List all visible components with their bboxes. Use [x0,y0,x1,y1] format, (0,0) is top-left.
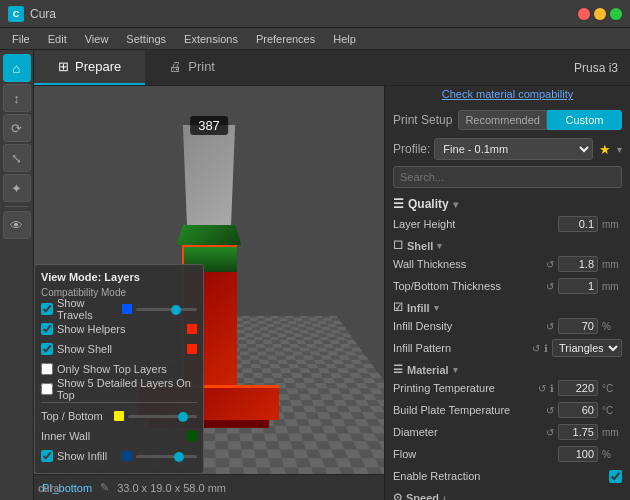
tab-recommended[interactable]: Recommended [458,110,547,130]
show-detailed-checkbox[interactable] [41,383,53,395]
top-bottom-thickness-row: Top/Bottom Thickness ↺ mm [393,276,622,296]
print-label: Print [188,59,215,74]
tb-thickness-reset[interactable]: ↺ [546,281,554,292]
wall-thickness-name: Wall Thickness [393,258,542,270]
printer-name: Prusa i3 [574,50,618,85]
retraction-row: Enable Retraction [393,466,622,486]
shell-section-header[interactable]: ☐ Shell ▾ [393,239,622,252]
top-bottom-thumb [178,412,188,422]
show-travels-row: Show Travels [41,300,197,318]
diameter-name: Diameter [393,426,542,438]
top-bottom-row: Top / Bottom [41,407,197,425]
top-bottom-color [114,411,124,421]
printing-temp-info: ℹ [550,383,554,394]
tool-rotate[interactable]: ⟳ [3,114,31,142]
viewport[interactable]: 387 View Mode: Layers Compatibility Mode… [34,86,384,500]
retraction-checkbox[interactable] [609,470,622,483]
travels-slider[interactable] [136,308,197,311]
left-toolbar: ⌂ ↕ ⟳ ⤡ ✦ 👁 [0,50,34,500]
edit-icon[interactable]: ✎ [100,481,109,494]
maximize-button[interactable] [610,8,622,20]
menu-view[interactable]: View [77,31,117,47]
quality-icon: ☰ [393,197,404,211]
menubar: File Edit View Settings Extensions Prefe… [0,28,630,50]
infill-pattern-reset[interactable]: ↺ [532,343,540,354]
infill-section-header[interactable]: ☑ Infill ▾ [393,301,622,314]
show-helpers-row: Show Helpers [41,320,197,338]
diameter-reset[interactable]: ↺ [546,427,554,438]
wall-thickness-value[interactable] [558,256,598,272]
profile-star-button[interactable]: ★ [597,142,613,157]
only-top-layers-checkbox[interactable] [41,363,53,375]
show-helpers-checkbox[interactable] [41,323,53,335]
title-text: Cura [30,7,56,21]
show-shell-row: Show Shell [41,340,197,358]
printing-temp-value[interactable] [558,380,598,396]
inner-wall-color [187,431,197,441]
material-link[interactable]: Check material compability [393,88,622,100]
speed-section-header[interactable]: ⊙ Speed ‹ [393,491,622,500]
bottom-info-bar: PI_bottom ✎ 33.0 x 19.0 x 58.0 mm [34,474,384,500]
diameter-value[interactable] [558,424,598,440]
tool-move[interactable]: ↕ [3,84,31,112]
infill-density-value[interactable] [558,318,598,334]
infill-pattern-select[interactable]: Triangles Grid Lines [552,339,622,357]
show-travels-checkbox[interactable] [41,303,53,315]
infill-pattern-row: Infill Pattern ↺ ℹ Triangles Grid Lines [393,338,622,358]
menu-preferences[interactable]: Preferences [248,31,323,47]
show-shell-checkbox[interactable] [41,343,53,355]
tab-custom[interactable]: Custom [547,110,622,130]
inner-wall-label: Inner Wall [41,430,183,442]
layer-height-unit: mm [602,219,622,230]
tool-view[interactable]: 👁 [3,211,31,239]
menu-help[interactable]: Help [325,31,364,47]
build-temp-reset[interactable]: ↺ [546,405,554,416]
build-temp-value[interactable] [558,402,598,418]
infill-thumb [174,452,184,462]
top-bar: ⊞ Prepare 🖨 Print Prusa i3 [34,50,630,86]
build-temp-unit: °C [602,405,622,416]
diameter-row: Diameter ↺ mm [393,422,622,442]
infill-label: Infill [407,302,430,314]
print-setup-row: Print Setup Recommended Custom [393,106,622,134]
menu-extensions[interactable]: Extensions [176,31,246,47]
menu-settings[interactable]: Settings [118,31,174,47]
infill-density-reset[interactable]: ↺ [546,321,554,332]
travels-slider-thumb [171,305,181,315]
cura-logo: cura. [38,478,62,496]
tb-thickness-value[interactable] [558,278,598,294]
shell-icon: ☐ [393,239,403,252]
wall-thickness-reset[interactable]: ↺ [546,259,554,270]
shell-chevron: ▾ [437,241,442,251]
printing-temp-reset[interactable]: ↺ [538,383,546,394]
retraction-name: Enable Retraction [393,470,605,482]
tool-scale[interactable]: ⤡ [3,144,31,172]
profile-select[interactable]: Fine - 0.1mm Normal - 0.2mm Draft - 0.3m… [434,138,593,160]
tool-home[interactable]: ⌂ [3,54,31,82]
tab-prepare[interactable]: ⊞ Prepare [34,50,145,85]
infill-check-icon: ☑ [393,301,403,314]
flow-value[interactable] [558,446,598,462]
model-top [180,125,238,225]
menu-edit[interactable]: Edit [40,31,75,47]
show-infill-checkbox[interactable] [41,450,53,462]
shell-label: Shell [407,240,433,252]
travels-color [122,304,132,314]
quality-section-header[interactable]: ☰ Quality ▾ [393,197,622,211]
menu-file[interactable]: File [4,31,38,47]
minimize-button[interactable] [594,8,606,20]
settings-search[interactable] [393,166,622,188]
profile-chevron: ▾ [617,144,622,155]
wall-thickness-row: Wall Thickness ↺ mm [393,254,622,274]
layer-height-value[interactable] [558,216,598,232]
tool-mirror[interactable]: ✦ [3,174,31,202]
top-bottom-slider[interactable] [128,415,197,418]
tab-print[interactable]: 🖨 Print [145,50,239,85]
print-icon: 🖨 [169,59,182,74]
prepare-icon: ⊞ [58,59,69,74]
material-section-header[interactable]: ☰ Material ▾ [393,363,622,376]
speed-label: Speed [406,492,439,501]
infill-slider[interactable] [136,455,197,458]
infill-slider-container [136,455,197,458]
close-button[interactable] [578,8,590,20]
